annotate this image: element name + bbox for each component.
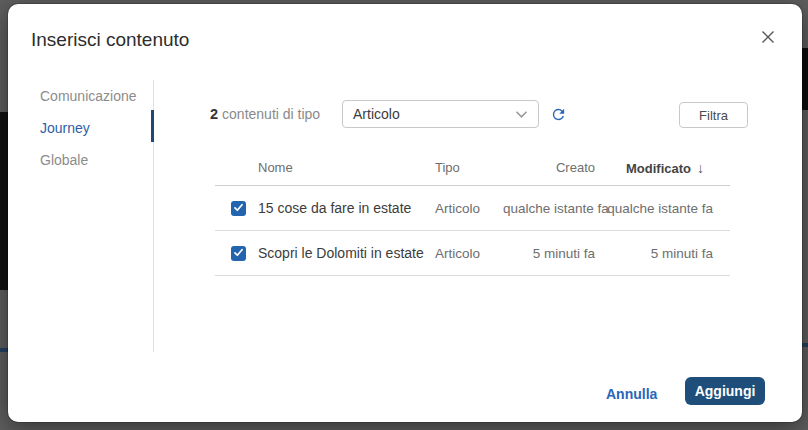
content-count: 2 [210,106,218,122]
column-header-modificato[interactable]: Modificato↓ [595,160,730,176]
dialog-title: Inserisci contenuto [31,29,189,51]
cancel-button[interactable]: Annulla [606,382,657,406]
refresh-icon [550,106,567,126]
content-count-label: contenuti di tipo [222,106,320,122]
add-button[interactable]: Aggiungi [685,377,765,405]
row-checkbox[interactable] [231,246,246,261]
content-count-text: 2contenuti di tipo [210,100,320,128]
cell-creato: 5 minuti fa [503,246,595,261]
column-header-tipo[interactable]: Tipo [435,160,503,175]
cell-modificato: qualche istante fa [595,201,730,216]
screen: { "modal": { "title": "Inserisci contenu… [0,0,808,430]
chevron-down-icon [515,105,528,123]
sidebar-item-journey[interactable]: Journey [40,112,152,144]
backdrop-fragment [802,343,808,347]
cell-tipo: Articolo [435,246,503,261]
table-row[interactable]: 15 cose da fare in estate Articolo qualc… [215,186,730,231]
cell-nome: 15 cose da fare in estate [258,200,435,216]
sidebar-item-comunicazione[interactable]: Comunicazione [40,80,152,112]
backdrop-fragment [0,348,8,352]
check-icon [233,199,244,217]
sort-desc-icon: ↓ [697,160,704,176]
close-button[interactable] [758,28,778,48]
checkbox-cell [215,201,258,216]
table-header-row: Nome Tipo Creato Modificato↓ [215,150,730,186]
column-header-creato[interactable]: Creato [503,160,595,175]
backdrop-fragment [0,112,8,290]
checkbox-cell [215,246,258,261]
type-select[interactable]: Articolo [342,100,539,128]
close-icon [760,29,776,48]
refresh-button[interactable] [548,106,568,126]
cell-nome: Scopri le Dolomiti in estate [258,245,435,261]
cell-tipo: Articolo [435,201,503,216]
content-table: Nome Tipo Creato Modificato↓ 15 cose da … [215,150,730,276]
type-select-value: Articolo [353,106,400,122]
sidebar-item-globale[interactable]: Globale [40,144,152,176]
table-row[interactable]: Scopri le Dolomiti in estate Articolo 5 … [215,231,730,276]
filter-button[interactable]: Filtra [679,102,748,128]
cell-creato: qualche istante fa [503,201,595,216]
insert-content-dialog: Inserisci contenuto Comunicazione Journe… [8,4,802,422]
column-header-nome[interactable]: Nome [258,160,435,175]
dialog-sidebar: Comunicazione Journey Globale [40,80,152,176]
check-icon [233,244,244,262]
active-tab-indicator [151,110,154,142]
cell-modificato: 5 minuti fa [595,246,730,261]
backdrop-fragment [802,48,808,110]
row-checkbox[interactable] [231,201,246,216]
